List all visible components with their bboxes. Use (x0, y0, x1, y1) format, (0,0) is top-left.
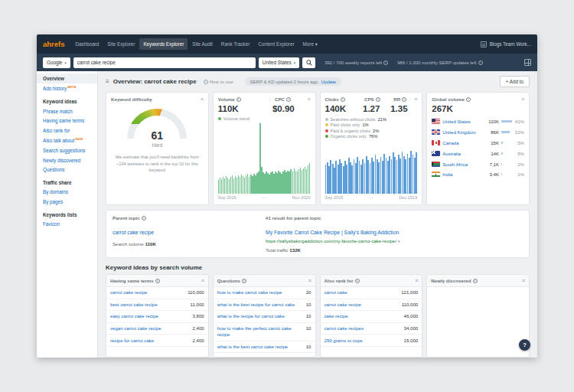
search-volume-label: Search volume (113, 241, 144, 247)
sidebar-item-phrase-match[interactable]: Phrase match (37, 106, 97, 116)
info-icon[interactable] (376, 97, 380, 102)
nav-item-content-explorer[interactable]: Content Explorer (254, 38, 298, 50)
country-link[interactable]: Australia (442, 151, 481, 156)
keyword-link[interactable]: cake recipe (325, 313, 348, 319)
keyword-link[interactable]: carrot cake recipe (110, 289, 147, 296)
card-menu-icon[interactable] (521, 96, 524, 102)
cps-value: 1.27 (363, 104, 390, 113)
keyword-link[interactable]: recipe for carrot cake (110, 338, 154, 344)
flag-icon (432, 140, 440, 145)
country-percent: 1% (514, 172, 524, 177)
country-link[interactable]: India (442, 172, 481, 177)
keyword-rows: carrot cake recipe 110,000 best carrot c… (106, 287, 208, 347)
card-menu-icon[interactable] (201, 96, 204, 102)
chevron-down-icon[interactable] (398, 239, 400, 243)
info-icon (204, 80, 208, 84)
sidebar-item-also-rank-for[interactable]: Also rank for (37, 126, 97, 136)
menu-icon[interactable] (106, 78, 109, 85)
keyword-link[interactable]: vegan carrot cake recipe (110, 325, 161, 332)
keyword-link[interactable]: how to make carrot cake recipe (217, 289, 282, 296)
legend-dot (325, 129, 328, 132)
parent-topic-keyword-link[interactable]: carrot cake recipe (113, 230, 154, 235)
sidebar-item-favicon[interactable]: Favicon (37, 219, 97, 229)
keyword-row: recipe for carrot cake 2,400 (106, 335, 208, 347)
nav-item-dashboard[interactable]: Dashboard (72, 38, 103, 50)
keyword-link[interactable]: carrot cake recipe (325, 302, 361, 308)
country-link[interactable]: Canada (442, 140, 481, 145)
info-icon[interactable] (236, 97, 241, 102)
sidebar-item-overview[interactable]: Overview (37, 74, 97, 83)
sidebar-item-newly-discovered[interactable]: Newly discovered (37, 155, 97, 165)
card-menu-icon[interactable] (414, 96, 417, 102)
info-icon[interactable] (355, 279, 360, 283)
info-icon[interactable] (383, 60, 388, 65)
info-icon[interactable] (473, 279, 478, 283)
keyword-link[interactable]: 250 grams to cups (325, 338, 363, 344)
keyword-link[interactable]: easy carrot cake recipe (110, 313, 158, 319)
info-icon[interactable] (478, 60, 483, 65)
clicks-legend: Searches without clicks 21% Paid clicks … (325, 116, 418, 139)
keyword-link[interactable]: carrot cake recipes (325, 325, 364, 332)
ahrefs-logo[interactable]: ahrefs (43, 40, 65, 48)
sidebar-item-by-domains[interactable]: By domains (37, 188, 97, 198)
country-row: United Kingdom 86K 32% (432, 127, 524, 138)
keyword-volume: 2,400 (193, 325, 204, 331)
update-link[interactable]: Update (321, 80, 336, 84)
nav-item-keywords-explorer[interactable]: Keywords Explorer (139, 38, 188, 50)
keyword-row: carrot cake recipes 34,000 (321, 323, 422, 335)
card-menu-icon[interactable] (307, 96, 310, 102)
card-menu-icon[interactable] (308, 278, 311, 283)
country-list: United States 110K 41% United Kingdom 86… (432, 116, 524, 201)
card-menu-icon[interactable] (522, 278, 525, 283)
card-menu-icon[interactable] (201, 278, 204, 283)
sidebar-item-by-pages[interactable]: By pages (37, 197, 97, 207)
keyword-difficulty-gauge: 61 (127, 109, 187, 140)
info-icon[interactable] (341, 97, 345, 102)
sidebar-item-ads-history[interactable]: Ads historyBETA (37, 83, 97, 94)
info-icon[interactable] (466, 97, 471, 102)
keyword-difficulty-card: Keyword difficulty 61 Hard We estimate t… (106, 92, 209, 205)
search-engine-select[interactable]: Google (43, 57, 70, 68)
keyword-row: carrot cake recipe 110,000 (321, 299, 422, 312)
info-icon[interactable] (142, 216, 146, 220)
info-icon[interactable] (402, 97, 406, 102)
sidebar-header-keywords-lists: Keywords lists (37, 207, 97, 220)
serp-updates-quota: 986 / 1,000 monthly SERP updates left (397, 60, 482, 65)
country-link[interactable]: United States (442, 119, 481, 124)
sidebar-item-having-same-terms[interactable]: Having same terms (37, 116, 97, 126)
keyword-link[interactable]: how to make the perfect carrot cake reci… (217, 325, 303, 338)
card-menu-icon[interactable] (415, 278, 418, 283)
keyword-link[interactable]: what is the best carrot cake recipe (217, 344, 288, 350)
info-icon[interactable] (242, 279, 246, 283)
keyword-link[interactable]: best carrot cake recipe (110, 302, 158, 308)
nav-item-site-explorer[interactable]: Site Explorer (103, 38, 139, 50)
keyword-link[interactable]: what is the best recipe for carrot cake (217, 302, 295, 308)
apps-grid-icon[interactable] (524, 59, 531, 66)
country-link[interactable]: South Africa (442, 162, 481, 167)
add-to-button[interactable]: + Add to (500, 76, 530, 87)
info-icon[interactable] (286, 97, 291, 102)
country-share-bar (501, 120, 512, 122)
country-row: India 3.4K 1% (432, 169, 524, 180)
search-icon (306, 60, 312, 66)
keyword-volume: 11,000 (191, 302, 204, 307)
how-to-use-link[interactable]: How to use (204, 79, 233, 84)
country-row: United States 110K 41% (432, 116, 524, 127)
sidebar-item-also-talk-about[interactable]: Also talk aboutNEW (37, 136, 97, 146)
nav-item-site-audit[interactable]: Site Audit (188, 38, 217, 50)
top-result-title-link[interactable]: My Favorite Carrot Cake Recipe | Sally's… (266, 230, 399, 235)
search-button[interactable] (302, 57, 315, 68)
help-button[interactable]: ? (519, 339, 530, 351)
info-icon[interactable] (155, 279, 160, 283)
country-select[interactable]: United States (259, 57, 299, 68)
sidebar-item-questions[interactable]: Questions (37, 165, 97, 175)
keyword-link[interactable]: what is the recipe for carrot cake (217, 313, 285, 319)
nav-item-rank-tracker[interactable]: Rank Tracker (217, 38, 253, 50)
nav-item-more[interactable]: More ▾ (299, 38, 321, 50)
keyword-link[interactable]: carrot cake (325, 289, 347, 296)
country-link[interactable]: United Kingdom (442, 129, 481, 135)
top-navbar: ahrefs Dashboard Site Explorer Keywords … (37, 34, 537, 54)
workspace-switcher[interactable]: Blogs Team Work... (481, 41, 531, 47)
keyword-search-input[interactable] (73, 57, 256, 68)
sidebar-item-search-suggestions[interactable]: Search suggestions (37, 145, 97, 155)
